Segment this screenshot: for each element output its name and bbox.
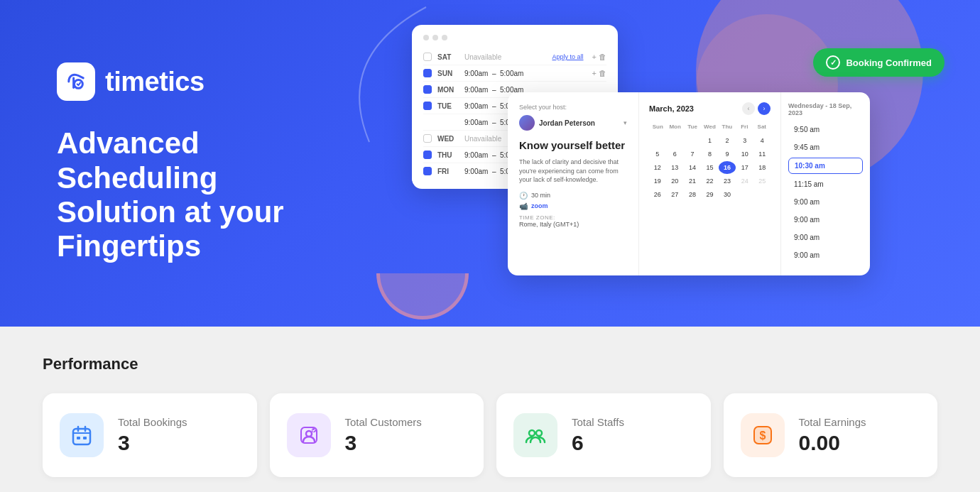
- dot-3: [442, 35, 447, 40]
- fri-checkbox[interactable]: [423, 167, 432, 175]
- performance-section: Performance Total Bookings 3: [0, 327, 980, 492]
- cal-cell-25[interactable]: 25: [753, 175, 771, 187]
- clock-icon: 🕐: [519, 192, 528, 199]
- staffs-icon: [524, 424, 547, 447]
- cal-cell-15[interactable]: 15: [702, 161, 719, 174]
- cal-cell-6[interactable]: 6: [667, 148, 684, 160]
- event-desc: The lack of clarity and decisive that yo…: [519, 158, 627, 185]
- schedule-row-sun: SUN 9:00am – 5:00am + 🗑: [423, 65, 606, 82]
- cal-cell-17[interactable]: 17: [736, 161, 753, 174]
- cal-cell-5[interactable]: 5: [649, 148, 666, 160]
- time-slot-1030-selected[interactable]: 10:30 am: [788, 158, 863, 174]
- cal-cell-empty2: [753, 188, 771, 201]
- sat-actions: + 🗑: [592, 53, 606, 61]
- cal-cell-21[interactable]: 21: [684, 175, 701, 187]
- cal-cell-2[interactable]: 2: [719, 134, 736, 147]
- cal-cell[interactable]: [649, 134, 666, 147]
- cal-prev-btn[interactable]: ‹: [742, 102, 755, 115]
- cal-cell-9[interactable]: 9: [719, 148, 736, 160]
- host-avatar: [519, 115, 535, 131]
- booking-confirmed-badge: ✓ Booking Confirmed: [813, 48, 944, 77]
- booking-times: Wednesday - 18 Sep, 2023 9:50 am 9:45 am…: [781, 92, 870, 275]
- customers-icon-wrap: [287, 413, 331, 457]
- platform-row: 📹 zoom: [519, 202, 627, 210]
- cal-cell-18[interactable]: 18: [753, 161, 771, 174]
- sun-actions: + 🗑: [592, 69, 606, 77]
- cal-cell-29[interactable]: 29: [702, 188, 719, 201]
- zoom-link[interactable]: zoom: [531, 202, 548, 209]
- bookings-icon-wrap: [60, 413, 104, 457]
- card-bookings: Total Bookings 3: [43, 393, 257, 477]
- booking-confirmed-label: Booking Confirmed: [846, 58, 932, 68]
- sun-checkbox[interactable]: [423, 69, 432, 77]
- wed-checkbox[interactable]: [423, 134, 432, 143]
- thu-checkbox[interactable]: [423, 151, 432, 159]
- cal-cell-24[interactable]: 24: [736, 175, 753, 187]
- cal-nav: ‹ ›: [742, 102, 771, 115]
- cal-cell-12[interactable]: 12: [649, 161, 666, 174]
- cal-cell-28[interactable]: 28: [684, 188, 701, 201]
- time-slot-900a[interactable]: 9:00 am: [788, 195, 863, 209]
- day-thu: Thu: [719, 122, 736, 131]
- earnings-icon: $: [752, 425, 773, 446]
- earnings-label: Total Earnings: [799, 416, 866, 428]
- cal-cell-empty1: [736, 188, 753, 201]
- tue-checkbox[interactable]: [423, 102, 432, 110]
- time-slot-950[interactable]: 9:50 am: [788, 122, 863, 137]
- apply-all-link[interactable]: Apply to all: [552, 53, 583, 60]
- booking-calendar: March, 2023 ‹ › Sun Mon Tue Wed Thu Fri …: [639, 92, 781, 275]
- cal-next-btn[interactable]: ›: [758, 102, 771, 115]
- video-icon: 📹: [519, 202, 528, 210]
- sat-day: SAT: [437, 53, 459, 61]
- cal-cell-14[interactable]: 14: [684, 161, 701, 174]
- booking-window: Select your host: Jordan Peterson ▾ Know…: [508, 92, 870, 275]
- day-mon: Mon: [666, 122, 683, 131]
- window-dots: [423, 35, 606, 40]
- time-slot-900b[interactable]: 9:00 am: [788, 212, 863, 227]
- logo-text: timetics: [105, 67, 205, 97]
- mon-checkbox[interactable]: [423, 85, 432, 94]
- sun-time: 9:00am – 5:00am: [464, 70, 584, 77]
- cal-cell-23[interactable]: 23: [719, 175, 736, 187]
- time-slot-900c[interactable]: 9:00 am: [788, 230, 863, 245]
- cal-cell-20[interactable]: 20: [667, 175, 684, 187]
- times-date: Wednesday - 18 Sep, 2023: [788, 102, 863, 116]
- schedule-row-sat: SAT Unavailable Apply to all + 🗑: [423, 49, 606, 65]
- cal-header: March, 2023 ‹ ›: [649, 102, 771, 115]
- host-name: Jordan Peterson: [539, 119, 619, 127]
- cal-cell-30[interactable]: 30: [719, 188, 736, 201]
- svg-rect-2: [77, 437, 80, 439]
- sat-checkbox[interactable]: [423, 53, 432, 61]
- svg-rect-1: [73, 429, 90, 444]
- cal-cell-10[interactable]: 10: [736, 148, 753, 160]
- bookings-info: Total Bookings 3: [118, 416, 187, 455]
- cal-cell-13[interactable]: 13: [667, 161, 684, 174]
- hero-left: timetics Advanced Scheduling Solution at…: [0, 62, 398, 263]
- cal-cell-16-today[interactable]: 16: [719, 161, 736, 174]
- logo-svg: [64, 70, 88, 94]
- cal-cell-8[interactable]: 8: [702, 148, 719, 160]
- time-slot-900d[interactable]: 9:00 am: [788, 248, 863, 263]
- time-slot-945[interactable]: 9:45 am: [788, 140, 863, 155]
- cal-cell-4[interactable]: 4: [753, 134, 771, 147]
- cal-cell-3[interactable]: 3: [736, 134, 753, 147]
- cal-cell[interactable]: [684, 134, 701, 147]
- cal-cell-27[interactable]: 27: [667, 188, 684, 201]
- card-customers: Total Customers 3: [270, 393, 484, 477]
- cal-cell[interactable]: [667, 134, 684, 147]
- time-slot-1115[interactable]: 11:15 am: [788, 177, 863, 192]
- day-tue: Tue: [684, 122, 701, 131]
- booking-left-panel: Select your host: Jordan Peterson ▾ Know…: [508, 92, 639, 275]
- cal-cell-26[interactable]: 26: [649, 188, 666, 201]
- cal-month: March, 2023: [649, 104, 694, 113]
- cal-cell-1[interactable]: 1: [702, 134, 719, 147]
- cal-cell-19[interactable]: 19: [649, 175, 666, 187]
- event-title: Know yourself better: [519, 139, 627, 152]
- fri-day: FRI: [437, 168, 459, 175]
- staffs-info: Total Staffs 6: [572, 416, 624, 455]
- cal-cell-11[interactable]: 11: [753, 148, 771, 160]
- cal-cell-22[interactable]: 22: [702, 175, 719, 187]
- host-chevron-icon: ▾: [624, 119, 627, 126]
- day-fri: Fri: [736, 122, 753, 131]
- cal-cell-7[interactable]: 7: [684, 148, 701, 160]
